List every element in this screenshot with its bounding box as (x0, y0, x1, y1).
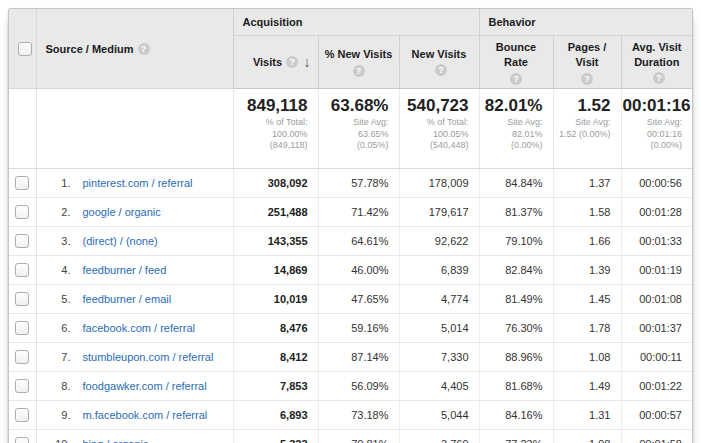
summary-checkbox-cell (9, 89, 36, 169)
summary-subline: % of Total: (235, 117, 308, 129)
visits-value: 251,488 (233, 198, 318, 227)
new-visits-value: 5,014 (399, 314, 479, 343)
pages-per-visit-value: 1.49 (553, 372, 621, 401)
source-medium-link[interactable]: m.facebook.com / referral (83, 409, 208, 421)
visits-value: 8,412 (233, 343, 318, 372)
source-medium-link[interactable]: google / organic (83, 206, 161, 218)
summary-detail: Site Avg:1.52 (0.00%) (555, 117, 611, 140)
avg-visit-duration-value: 00:00:11 (621, 343, 692, 372)
row-rank: 8. (45, 380, 71, 392)
summary-subline: % of Total: (401, 117, 469, 129)
table-header: Source / Medium? Acquisition Behavior Vi… (9, 9, 692, 89)
pct-new-visits-value: 64.61% (318, 227, 399, 256)
summary-detail: % of Total:100.00%(849,118) (235, 117, 308, 152)
summary-subline: 00:01:16 (623, 129, 683, 141)
visits-value: 7,853 (233, 372, 318, 401)
summary-subline: (0.05%) (320, 140, 389, 152)
source-medium-link[interactable]: feedburner / feed (83, 264, 167, 276)
source-medium-link[interactable]: facebook.com / referral (83, 322, 196, 334)
avg-visit-duration-value: 00:00:57 (621, 401, 692, 430)
help-icon[interactable]: ? (286, 56, 298, 68)
select-all-checkbox[interactable] (18, 42, 32, 56)
column-header-pages-per-visit[interactable]: Pages / Visit ? (553, 36, 621, 89)
summary-subline: (540,448) (401, 140, 469, 152)
pct-new-visits-value: 71.42% (318, 198, 399, 227)
row-checkbox[interactable] (15, 379, 29, 393)
row-checkbox-cell (9, 314, 36, 343)
row-checkbox[interactable] (15, 176, 29, 190)
source-medium-link[interactable]: bing / organic (83, 438, 149, 443)
summary-value: 540,723 (401, 96, 469, 115)
row-checkbox[interactable] (15, 408, 29, 422)
new-visits-value: 3,769 (399, 430, 479, 443)
help-icon[interactable]: ? (581, 73, 593, 85)
row-rank: 7. (45, 351, 71, 363)
pct-new-visits-value: 73.18% (318, 401, 399, 430)
row-rank: 1. (45, 177, 71, 189)
row-checkbox[interactable] (15, 437, 29, 443)
table-row: 7.stumbleupon.com / referral8,41287.14%7… (9, 343, 692, 372)
table-row: 8.foodgawker.com / referral7,85356.09%4,… (9, 372, 692, 401)
pages-per-visit-value: 1.78 (553, 314, 621, 343)
row-rank: 5. (45, 293, 71, 305)
row-checkbox-cell (9, 169, 36, 198)
row-checkbox[interactable] (15, 234, 29, 248)
row-checkbox[interactable] (15, 321, 29, 335)
help-icon[interactable]: ? (138, 43, 150, 55)
summary-subline: Site Avg: (555, 117, 611, 129)
column-header-pct-new-visits[interactable]: % New Visits ? (318, 36, 399, 89)
source-medium-link[interactable]: pinterest.com / referral (83, 177, 193, 189)
visits-value: 6,893 (233, 401, 318, 430)
source-medium-table: Source / Medium? Acquisition Behavior Vi… (9, 9, 692, 443)
row-checkbox[interactable] (15, 205, 29, 219)
column-header-bounce-rate[interactable]: Bounce Rate ? (479, 36, 553, 89)
column-header-visits[interactable]: Visits? ↓ (233, 36, 318, 89)
summary-row: 849,118 % of Total:100.00%(849,118) 63.6… (9, 89, 692, 169)
table-row: 10.bing / organic5,32370.81%3,76977.23%1… (9, 430, 692, 443)
help-icon[interactable]: ? (353, 65, 365, 77)
source-medium-link[interactable]: foodgawker.com / referral (83, 380, 207, 392)
visits-value: 10,019 (233, 285, 318, 314)
source-medium-cell: 1.pinterest.com / referral (36, 169, 233, 198)
summary-bounce-rate: 82.01% Site Avg:82.01%(0.00%) (479, 89, 553, 169)
source-medium-link[interactable]: stumbleupon.com / referral (83, 351, 214, 363)
new-visits-value: 92,622 (399, 227, 479, 256)
row-checkbox-cell (9, 198, 36, 227)
row-checkbox-cell (9, 227, 36, 256)
row-checkbox-cell (9, 343, 36, 372)
visits-value: 143,355 (233, 227, 318, 256)
visits-value: 5,323 (233, 430, 318, 443)
bounce-rate-value: 79.10% (479, 227, 553, 256)
column-header-new-visits[interactable]: New Visits? (399, 36, 479, 89)
summary-avg-visit-duration: 00:01:16 Site Avg:00:01:16(0.00%) (621, 89, 692, 169)
source-medium-link[interactable]: (direct) / (none) (83, 235, 158, 247)
pct-new-visits-value: 56.09% (318, 372, 399, 401)
help-icon[interactable]: ? (510, 73, 522, 85)
column-header-avg-visit-duration[interactable]: Avg. Visit Duration? (621, 36, 692, 89)
summary-subline: 100.00% (235, 129, 308, 141)
source-medium-link[interactable]: feedburner / email (83, 293, 172, 305)
avg-visit-duration-value: 00:01:19 (621, 256, 692, 285)
summary-subline: 100.05% (401, 129, 469, 141)
summary-value: 1.52 (555, 96, 611, 115)
row-checkbox-cell (9, 256, 36, 285)
summary-subline: 1.52 (0.00%) (555, 129, 611, 141)
new-visits-value: 178,009 (399, 169, 479, 198)
pages-per-visit-value: 1.45 (553, 285, 621, 314)
new-visits-value: 6,839 (399, 256, 479, 285)
help-icon[interactable]: ? (435, 64, 447, 76)
pct-new-visits-value: 59.16% (318, 314, 399, 343)
bounce-rate-value: 77.23% (479, 430, 553, 443)
column-header-source-medium[interactable]: Source / Medium? (36, 9, 233, 89)
sort-descending-icon[interactable]: ↓ (304, 55, 311, 70)
new-visits-value: 5,044 (399, 401, 479, 430)
row-checkbox[interactable] (15, 350, 29, 364)
row-checkbox[interactable] (15, 263, 29, 277)
new-visits-label: New Visits (412, 47, 467, 62)
summary-new-visits: 540,723 % of Total:100.05%(540,448) (399, 89, 479, 169)
row-checkbox[interactable] (15, 292, 29, 306)
pct-new-visits-value: 87.14% (318, 343, 399, 372)
bounce-rate-value: 84.84% (479, 169, 553, 198)
table-row: 5.feedburner / email10,01947.65%4,77481.… (9, 285, 692, 314)
help-icon[interactable]: ? (653, 72, 665, 84)
